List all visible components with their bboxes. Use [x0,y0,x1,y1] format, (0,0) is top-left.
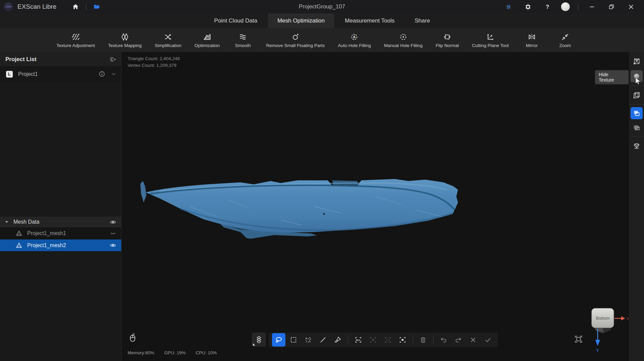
y-axis-label: Y [596,348,599,353]
view-perspective-icon [633,91,641,99]
tab-share[interactable]: Share [405,13,439,28]
help-button[interactable]: ? [542,2,553,12]
project-list-header: Project List [0,52,121,67]
mesh-triangle-icon [15,242,22,249]
toolbar-texture-adjustment-button[interactable]: Texture Adjustment [56,33,95,48]
toolbar-optimization-button[interactable]: Optimization [194,33,220,48]
app-name: EXScan Libre [17,3,56,10]
toolbar-label: Optimization [194,43,220,48]
select-all-icon: ALL [354,336,362,344]
toolbar-smooth-button[interactable]: Smooth [233,33,253,48]
toolbar-remove-floating-button[interactable]: Remove Small Floating Parts [266,33,325,48]
mesh-item-name: Project1_mesh2 [27,242,109,249]
project-name: Project1 [18,71,94,77]
toolbar-label: Flip Normal [436,43,459,48]
toolbar-manual-hole-button[interactable]: Manual Hole Filling [384,33,423,48]
settings-button[interactable] [522,2,534,12]
tab-mesh-optimization[interactable]: Mesh Optimization [268,13,334,28]
user-avatar[interactable] [561,2,570,11]
eye-icon[interactable] [109,219,117,226]
tab-measurement-tools[interactable]: Measurement Tools [335,13,404,28]
caret-down-icon[interactable] [4,219,9,225]
mouse-cursor [635,77,641,85]
project-row[interactable]: L Project1 [0,67,121,82]
rectangle-select-tool[interactable] [287,333,300,347]
mesh-item-Project1_mesh2[interactable]: Project1_mesh2 [0,239,121,252]
toolbar-label: Zoom [559,43,571,48]
chevron-down-icon[interactable] [110,71,117,78]
optimization-icon [203,33,212,41]
zoom-icon [561,33,569,41]
select-all-button[interactable]: ALL [352,333,365,347]
brush-select-tool[interactable] [331,333,344,347]
toolbar-label: Auto Hole Filling [338,43,371,48]
toolbar-cutting-plane-button[interactable]: Cutting Plane Tool [472,33,509,48]
line-select-icon [319,336,327,344]
stack-view-button[interactable] [631,122,643,134]
memory-usage: Memory:80% [128,350,154,355]
home-button[interactable] [70,2,81,12]
undo-button[interactable] [437,333,450,347]
mesh-data-title: Mesh Data [13,219,109,225]
view-stack-icon [633,124,641,132]
app-logo-icon: LIBRE [4,2,13,11]
flip-normal-icon [443,33,452,41]
mesh-stats: Triangle Count: 2,404,248 Vertex Count: … [128,55,180,69]
project-panel: Project List L Project1 Mesh Data Projec… [0,52,122,361]
texture-adjustment-icon [71,33,80,41]
cancel-button[interactable] [466,333,480,347]
auto-hole-icon: A [350,33,359,41]
hide-texture-tooltip: Hide Texture [595,70,629,84]
titlebar-divider [86,3,86,10]
restore-button[interactable] [606,2,617,12]
lasso-select-tool[interactable] [272,333,285,347]
confirm-button[interactable] [481,333,495,347]
select-component-button[interactable] [396,333,409,347]
toolbar-auto-hole-button[interactable]: AAuto Hole Filling [338,33,371,48]
cancel-icon [469,336,477,344]
rect-select-icon [289,336,297,344]
line-select-tool[interactable] [316,333,330,347]
texture-view-button[interactable] [631,55,643,67]
selection-filter-button[interactable] [252,332,266,347]
tab-point-cloud-data[interactable]: Point Cloud Data [205,13,267,28]
perspective-view-button[interactable] [631,89,643,101]
selection-toolbar: ALL [269,332,498,347]
mesh-item-Project1_mesh1[interactable]: Project1_mesh1 [0,227,121,239]
polygon-select-tool[interactable] [302,333,315,347]
mesh-data-header[interactable]: Mesh Data [0,217,121,227]
view-overlap-icon [633,109,641,117]
undo-icon [440,336,448,344]
toolbar-mirror-button[interactable]: Mirror [522,33,542,48]
fit-screen-button[interactable] [573,334,584,344]
toolbar-zoom-button[interactable]: Zoom [555,33,575,48]
invert-selection-button [381,333,395,347]
titlebar-divider [578,3,578,10]
project-list-title: Project List [5,56,109,63]
open-project-button[interactable] [91,2,102,12]
redo-button[interactable] [452,333,465,347]
smooth-icon [238,33,247,41]
toolbar-label: Texture Adjustment [56,43,95,48]
polygon-select-icon [304,336,312,344]
toolbar-flip-normal-button[interactable]: Flip Normal [436,33,459,48]
scanned-boat-mesh[interactable] [140,176,459,240]
close-button[interactable] [625,2,637,12]
viewport-3d[interactable]: Triangle Count: 2,404,248 Vertex Count: … [122,52,629,361]
navigation-cube[interactable]: Bottom > Y [585,302,629,356]
minimize-button[interactable] [586,2,598,12]
collapse-list-icon[interactable] [109,56,117,63]
toolbar-simplification-button[interactable]: Simplification [155,33,182,48]
overlap-view-button[interactable] [631,107,643,119]
delete-selection-button[interactable] [416,333,430,347]
toolbar-texture-mapping-button[interactable]: Texture Mapping [108,33,142,48]
mouse-controls-hint[interactable] [128,331,138,344]
bottom-toolbar-divider [433,335,433,345]
eye-icon[interactable] [109,242,117,249]
info-icon[interactable] [98,71,105,78]
eye-closed-icon[interactable] [109,230,117,237]
material-quality-button[interactable] [631,140,643,152]
right-toolbar-divider [629,136,644,136]
manual-hole-icon [399,33,408,41]
community-button[interactable] [503,2,514,12]
